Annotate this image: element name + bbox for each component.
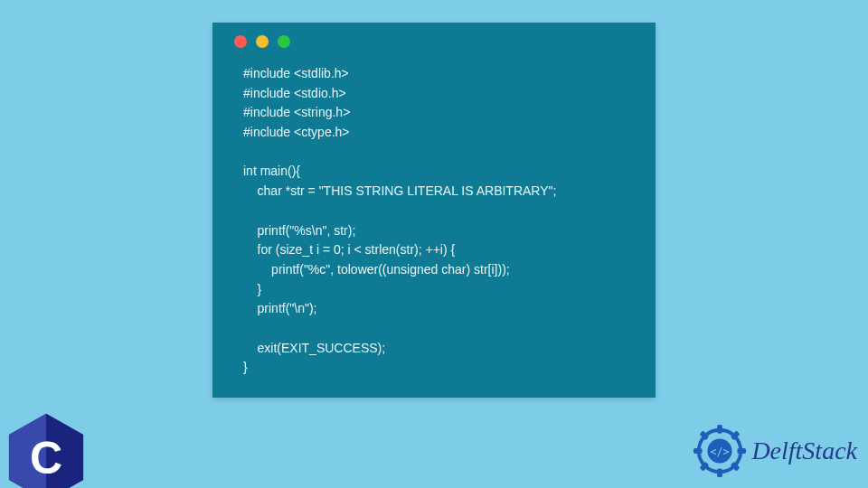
brand-badge: </> DelftStack bbox=[692, 423, 857, 479]
c-language-logo: C bbox=[5, 412, 87, 488]
svg-rect-4 bbox=[717, 425, 722, 434]
close-icon bbox=[234, 35, 247, 48]
svg-rect-7 bbox=[738, 448, 747, 454]
code-window: #include <stdlib.h> #include <stdio.h> #… bbox=[212, 23, 656, 398]
svg-rect-5 bbox=[717, 468, 722, 477]
brand-name: DelftStack bbox=[751, 436, 857, 465]
window-controls bbox=[234, 35, 639, 48]
brand-gear-icon: </> bbox=[692, 423, 748, 479]
svg-text:</>: </> bbox=[711, 446, 730, 458]
svg-rect-6 bbox=[693, 448, 703, 454]
code-block: #include <stdlib.h> #include <stdio.h> #… bbox=[229, 64, 639, 378]
minimize-icon bbox=[256, 35, 269, 48]
maximize-icon bbox=[278, 35, 290, 48]
c-logo-letter: C bbox=[30, 433, 62, 483]
